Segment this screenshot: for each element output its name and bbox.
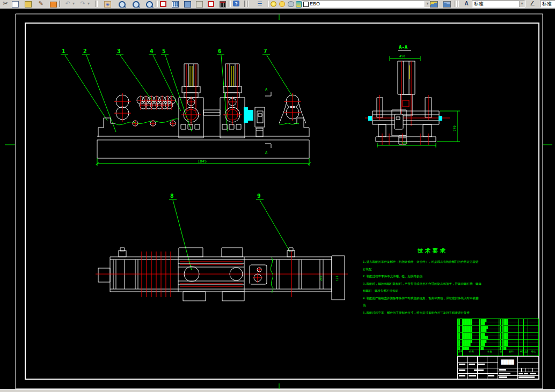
title-block-title: █████ xyxy=(498,357,517,368)
technical-requirements: 技术要求 1.进入装配的零件及部件（包括外购件、外协件），均必须具有检验部门的合… xyxy=(363,247,502,316)
front-width-dimension: 1845 xyxy=(96,158,311,166)
redo-icon[interactable] xyxy=(78,0,87,8)
tech-req-line: 行装配 xyxy=(363,266,502,273)
balloon-4: 4 xyxy=(150,48,154,55)
side-bottom-dimension: 500 xyxy=(377,141,436,147)
red-sheet-icon[interactable] xyxy=(208,1,214,7)
layer-state-icon[interactable] xyxy=(288,1,294,7)
bom-header: 单重 xyxy=(519,350,523,356)
right-rollers xyxy=(279,93,306,123)
zoom-realtime-icon[interactable] xyxy=(119,1,126,8)
markup-icon[interactable] xyxy=(184,1,191,8)
layer-combo[interactable]: EBO ▾ xyxy=(302,1,430,8)
cut-icon[interactable] xyxy=(1,0,10,8)
layer-lock-icon[interactable] xyxy=(296,1,302,8)
bom-table: ███████████████ ██████████████ █████████… xyxy=(457,319,539,356)
toolbar-separator xyxy=(457,1,459,7)
toolbar-separator xyxy=(524,1,526,7)
toolbar-separator xyxy=(244,1,246,7)
status-strip xyxy=(0,389,555,392)
redo-dropdown-icon[interactable] xyxy=(86,0,91,8)
drive-unit xyxy=(244,107,265,137)
left-rollers xyxy=(114,93,131,122)
front-view: 1 2 3 4 5 6 7 xyxy=(61,48,311,166)
dim-plan-1: 240 xyxy=(319,276,323,281)
render-icon[interactable] xyxy=(196,1,203,8)
cylinder-assembly-1 xyxy=(179,64,203,138)
section-mark-bottom: A xyxy=(265,151,268,155)
balloon-8: 8 xyxy=(170,193,174,199)
zoom-previous-icon[interactable] xyxy=(146,1,153,8)
bom-header: 序号 xyxy=(458,350,462,356)
bom-header: 数量 xyxy=(499,350,502,356)
layer-color-swatch xyxy=(303,2,309,7)
layers-icon[interactable] xyxy=(255,0,264,8)
tech-req-line: 1.进入装配的零件及部件（包括外购件、外协件），均必须具有检验部门的合格证方能进 xyxy=(363,258,502,266)
text-style-combo-value: 标准 xyxy=(474,1,484,6)
copy-icon[interactable] xyxy=(12,1,19,8)
tech-req-line: 4.装配前严格检查并清除零件加工时残留的锐角、毛刺和异物，保证密封件装入时不被擦 xyxy=(363,295,502,302)
bom-header: 材料 xyxy=(502,350,519,356)
section-marks: A A xyxy=(265,87,271,155)
brush-icon[interactable] xyxy=(36,0,45,8)
balloon-2: 2 xyxy=(83,48,87,55)
dim-style-combo[interactable]: 标准 xyxy=(540,1,555,8)
side-top-dimension: 450 xyxy=(390,54,420,61)
undo-dropdown-icon[interactable] xyxy=(71,0,76,8)
tech-req-line: 5.装配过程中零、部件的主要配合尺寸，特别是过盈配合尺寸及相关精度进行复查 xyxy=(363,309,502,317)
layer-combo-value: EBO xyxy=(310,1,320,7)
zoom-window-icon[interactable] xyxy=(133,1,140,8)
dim-style-icon[interactable] xyxy=(528,0,537,8)
layer-freeze-icon[interactable] xyxy=(279,1,285,7)
dim-side-bottom: 500 xyxy=(401,141,407,145)
roller-cluster xyxy=(132,95,176,127)
title-block: █████ xyxy=(457,356,539,379)
dim-style-combo-value: 标准 xyxy=(542,1,552,6)
calculator-icon[interactable] xyxy=(220,1,226,8)
make-layer-current-icon[interactable] xyxy=(430,1,438,8)
layer-combo-dropdown-icon[interactable]: ▾ xyxy=(425,1,430,7)
bom-header: 代号 xyxy=(462,350,480,356)
cylinder-assembly-2 xyxy=(220,64,245,138)
plan-view: 8 9 xyxy=(96,193,348,301)
undo-icon[interactable] xyxy=(63,0,72,8)
side-height-dimension: 770 xyxy=(437,111,460,142)
cad-application-window: EBO ▾ 标准 ▾ 标准 xyxy=(0,0,555,392)
balloon-7: 7 xyxy=(264,48,267,55)
balloon-6: 6 xyxy=(218,48,222,55)
balloon-1: 1 xyxy=(62,48,65,55)
section-mark-top: A xyxy=(265,87,268,92)
bom-header: 名称 xyxy=(479,350,499,356)
toolbar-separator xyxy=(156,1,158,7)
dim-side-top: 450 xyxy=(399,54,405,58)
sheet-grid-icon[interactable] xyxy=(172,1,179,8)
dim-plan-2: 125 xyxy=(335,276,339,281)
lightbulb-icon[interactable] xyxy=(271,1,276,7)
balloon-9: 9 xyxy=(257,193,261,199)
toolbar-separator xyxy=(247,1,249,7)
toolbar: EBO ▾ 标准 ▾ 标准 xyxy=(0,0,555,8)
toolbar-separator xyxy=(229,1,231,7)
pan-icon[interactable] xyxy=(104,1,111,8)
layer-previous-icon[interactable] xyxy=(443,1,451,8)
text-style-icon[interactable] xyxy=(462,0,471,8)
tech-req-line: 和螺钉、螺栓头部不得损坏 xyxy=(363,287,502,295)
tech-req-line: 3.装配时，螺栓和螺钉装配时，严禁打击或使用不合适的旋具和扳手，拧紧后螺钉槽、螺… xyxy=(363,280,502,288)
text-style-combo[interactable]: 标准 ▾ xyxy=(472,1,525,8)
drawing-canvas[interactable]: 1 2 3 4 5 6 7 xyxy=(0,9,555,389)
eraser-icon[interactable] xyxy=(50,2,57,8)
side-view: A-A 450 xyxy=(365,45,460,147)
toolbar-separator xyxy=(59,1,61,7)
paste-icon[interactable] xyxy=(25,1,32,8)
dim-front-width: 1845 xyxy=(198,159,207,164)
toolbar-separator xyxy=(267,1,269,7)
redline-icon[interactable] xyxy=(160,1,166,7)
tech-req-line: 2.装配过程中零件不允许碰、磕、划伤等损伤 xyxy=(363,273,502,280)
dim-side-height: 770 xyxy=(452,125,456,131)
balloon-5: 5 xyxy=(162,48,166,55)
bom-header: 总重 xyxy=(523,350,528,356)
help-icon[interactable] xyxy=(233,1,239,6)
tech-req-line: 伤 xyxy=(363,302,502,309)
balloon-3: 3 xyxy=(117,48,121,55)
toolbar-separator xyxy=(96,1,98,7)
